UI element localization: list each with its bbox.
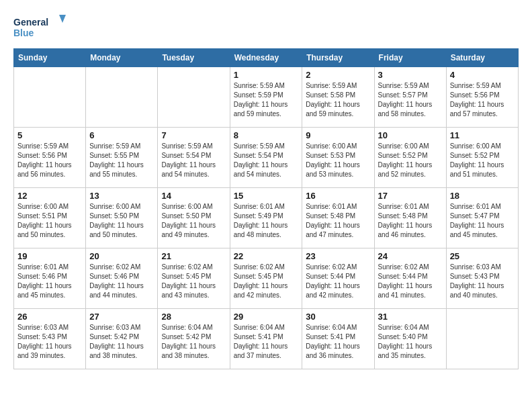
calendar-table: SundayMondayTuesdayWednesdayThursdayFrid… [13,48,519,369]
day-info: Sunrise: 6:01 AM Sunset: 5:46 PM Dayligh… [17,263,82,300]
calendar-week-1: 1Sunrise: 5:59 AM Sunset: 5:59 PM Daylig… [14,67,519,128]
calendar-cell: 9Sunrise: 6:00 AM Sunset: 5:53 PM Daylig… [302,128,374,188]
day-number: 8 [234,130,299,140]
day-number: 9 [306,130,370,140]
svg-marker-2 [59,15,66,23]
calendar-cell: 22Sunrise: 6:02 AM Sunset: 5:45 PM Dayli… [230,248,302,309]
day-info: Sunrise: 5:59 AM Sunset: 5:58 PM Dayligh… [306,81,370,119]
calendar-cell: 13Sunrise: 6:00 AM Sunset: 5:50 PM Dayli… [86,188,158,248]
day-number: 16 [306,191,370,201]
calendar-cell: 25Sunrise: 6:03 AM Sunset: 5:43 PM Dayli… [446,248,518,309]
calendar-cell: 5Sunrise: 5:59 AM Sunset: 5:56 PM Daylig… [14,128,86,188]
weekday-header-saturday: Saturday [446,49,518,67]
day-number: 11 [450,130,515,140]
calendar-cell: 6Sunrise: 5:59 AM Sunset: 5:55 PM Daylig… [86,128,158,188]
day-info: Sunrise: 6:00 AM Sunset: 5:53 PM Dayligh… [306,142,370,179]
day-info: Sunrise: 6:00 AM Sunset: 5:50 PM Dayligh… [89,202,154,240]
day-info: Sunrise: 5:59 AM Sunset: 5:57 PM Dayligh… [378,81,443,119]
weekday-header-wednesday: Wednesday [230,49,302,67]
calendar-cell: 23Sunrise: 6:02 AM Sunset: 5:44 PM Dayli… [302,248,374,309]
calendar-cell: 18Sunrise: 6:01 AM Sunset: 5:47 PM Dayli… [446,188,518,248]
day-number: 13 [89,191,154,201]
day-info: Sunrise: 6:01 AM Sunset: 5:47 PM Dayligh… [450,202,515,240]
day-info: Sunrise: 6:00 AM Sunset: 5:52 PM Dayligh… [378,142,443,179]
weekday-header-row: SundayMondayTuesdayWednesdayThursdayFrid… [14,49,519,67]
calendar-cell [86,67,158,128]
day-number: 14 [161,191,226,201]
calendar-cell: 15Sunrise: 6:01 AM Sunset: 5:49 PM Dayli… [230,188,302,248]
day-number: 24 [378,251,443,261]
day-number: 30 [306,312,370,322]
calendar-cell: 21Sunrise: 6:02 AM Sunset: 5:45 PM Dayli… [158,248,230,309]
calendar-cell: 26Sunrise: 6:03 AM Sunset: 5:43 PM Dayli… [14,309,86,369]
day-number: 18 [450,191,515,201]
weekday-header-monday: Monday [86,49,158,67]
calendar-cell: 14Sunrise: 6:00 AM Sunset: 5:50 PM Dayli… [158,188,230,248]
day-info: Sunrise: 6:04 AM Sunset: 5:41 PM Dayligh… [306,323,370,361]
calendar-cell: 4Sunrise: 5:59 AM Sunset: 5:56 PM Daylig… [446,67,518,128]
calendar-cell: 16Sunrise: 6:01 AM Sunset: 5:48 PM Dayli… [302,188,374,248]
calendar-cell: 20Sunrise: 6:02 AM Sunset: 5:46 PM Dayli… [86,248,158,309]
page-header: General Blue [13,13,519,42]
logo-svg: General Blue [13,13,67,42]
calendar-cell: 24Sunrise: 6:02 AM Sunset: 5:44 PM Dayli… [374,248,446,309]
day-number: 17 [378,191,443,201]
weekday-header-thursday: Thursday [302,49,374,67]
calendar-cell: 29Sunrise: 6:04 AM Sunset: 5:41 PM Dayli… [230,309,302,369]
calendar-week-2: 5Sunrise: 5:59 AM Sunset: 5:56 PM Daylig… [14,128,519,188]
calendar-cell: 3Sunrise: 5:59 AM Sunset: 5:57 PM Daylig… [374,67,446,128]
day-info: Sunrise: 6:04 AM Sunset: 5:40 PM Dayligh… [378,323,443,361]
day-number: 6 [89,130,154,140]
calendar-cell [158,67,230,128]
day-number: 20 [89,251,154,261]
calendar-cell: 31Sunrise: 6:04 AM Sunset: 5:40 PM Dayli… [374,309,446,369]
day-info: Sunrise: 6:00 AM Sunset: 5:51 PM Dayligh… [17,202,82,240]
svg-text:Blue: Blue [13,28,34,38]
day-info: Sunrise: 5:59 AM Sunset: 5:55 PM Dayligh… [89,142,154,179]
day-number: 12 [17,191,82,201]
day-info: Sunrise: 5:59 AM Sunset: 5:56 PM Dayligh… [450,81,515,119]
day-info: Sunrise: 6:00 AM Sunset: 5:50 PM Dayligh… [161,202,226,240]
calendar-cell: 10Sunrise: 6:00 AM Sunset: 5:52 PM Dayli… [374,128,446,188]
day-info: Sunrise: 6:01 AM Sunset: 5:48 PM Dayligh… [306,202,370,240]
day-number: 15 [234,191,299,201]
calendar-cell: 30Sunrise: 6:04 AM Sunset: 5:41 PM Dayli… [302,309,374,369]
day-number: 22 [234,251,299,261]
day-info: Sunrise: 6:01 AM Sunset: 5:48 PM Dayligh… [378,202,443,240]
calendar-cell: 12Sunrise: 6:00 AM Sunset: 5:51 PM Dayli… [14,188,86,248]
calendar-cell [14,67,86,128]
day-info: Sunrise: 5:59 AM Sunset: 5:56 PM Dayligh… [17,142,82,179]
day-info: Sunrise: 6:03 AM Sunset: 5:43 PM Dayligh… [17,323,82,361]
calendar-cell: 1Sunrise: 5:59 AM Sunset: 5:59 PM Daylig… [230,67,302,128]
day-number: 28 [161,312,226,322]
day-number: 23 [306,251,370,261]
day-number: 7 [161,130,226,140]
weekday-header-tuesday: Tuesday [158,49,230,67]
calendar-week-3: 12Sunrise: 6:00 AM Sunset: 5:51 PM Dayli… [14,188,519,248]
day-number: 31 [378,312,443,322]
calendar-cell: 28Sunrise: 6:04 AM Sunset: 5:42 PM Dayli… [158,309,230,369]
day-info: Sunrise: 6:04 AM Sunset: 5:42 PM Dayligh… [161,323,226,361]
day-number: 27 [89,312,154,322]
svg-text:General: General [13,17,48,28]
day-number: 10 [378,130,443,140]
day-number: 26 [17,312,82,322]
day-info: Sunrise: 6:01 AM Sunset: 5:49 PM Dayligh… [234,202,299,240]
weekday-header-sunday: Sunday [14,49,86,67]
day-info: Sunrise: 6:02 AM Sunset: 5:44 PM Dayligh… [378,263,443,300]
day-info: Sunrise: 6:00 AM Sunset: 5:52 PM Dayligh… [450,142,515,179]
day-number: 19 [17,251,82,261]
calendar-cell: 17Sunrise: 6:01 AM Sunset: 5:48 PM Dayli… [374,188,446,248]
day-info: Sunrise: 5:59 AM Sunset: 5:54 PM Dayligh… [234,142,299,179]
day-number: 25 [450,251,515,261]
calendar-week-5: 26Sunrise: 6:03 AM Sunset: 5:43 PM Dayli… [14,309,519,369]
day-info: Sunrise: 6:03 AM Sunset: 5:43 PM Dayligh… [450,263,515,300]
calendar-cell: 19Sunrise: 6:01 AM Sunset: 5:46 PM Dayli… [14,248,86,309]
day-number: 5 [17,130,82,140]
day-number: 2 [306,70,370,80]
day-info: Sunrise: 6:02 AM Sunset: 5:45 PM Dayligh… [234,263,299,300]
weekday-header-friday: Friday [374,49,446,67]
calendar-cell: 8Sunrise: 5:59 AM Sunset: 5:54 PM Daylig… [230,128,302,188]
calendar-cell: 27Sunrise: 6:03 AM Sunset: 5:42 PM Dayli… [86,309,158,369]
day-number: 1 [234,70,299,80]
